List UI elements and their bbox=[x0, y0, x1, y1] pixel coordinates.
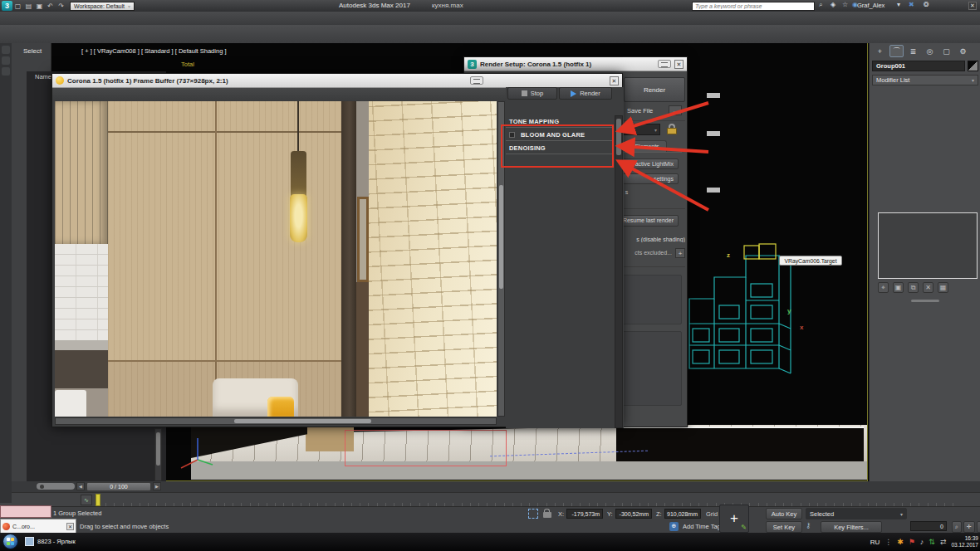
vfb-render-button[interactable]: Render bbox=[559, 87, 612, 100]
zoom-icon[interactable]: ⌕ bbox=[952, 521, 962, 533]
tray-expand-icon[interactable]: ⋮ bbox=[884, 538, 892, 546]
key-mode-icon[interactable]: ⚷ bbox=[806, 521, 817, 533]
tab-hierarchy-icon[interactable]: ≣ bbox=[906, 45, 920, 57]
stop-button[interactable]: Stop bbox=[507, 87, 557, 100]
antivirus-tray-icon[interactable]: ✱ bbox=[897, 538, 904, 546]
tab-create-icon[interactable]: + bbox=[873, 45, 887, 57]
sync-tray-icon[interactable]: ⇅ bbox=[929, 538, 935, 546]
dock-icon[interactable] bbox=[2, 67, 10, 76]
set-keys-button[interactable]: +✎ bbox=[719, 505, 749, 533]
explorer-scroll-thumb[interactable] bbox=[156, 432, 160, 466]
track-bar-ruler[interactable]: ∿ bbox=[0, 492, 980, 506]
explorer-name-column-header[interactable]: Name bbox=[35, 73, 51, 80]
community-icon[interactable]: ◈ bbox=[831, 1, 835, 8]
explorer-horizontal-slider[interactable] bbox=[37, 483, 75, 490]
mini-curve-editor-icon[interactable]: ∿ bbox=[81, 495, 92, 505]
browse-button[interactable]: ... bbox=[669, 105, 682, 115]
isolate-selection-icon[interactable] bbox=[528, 509, 538, 519]
user-dropdown-caret[interactable]: ▾ bbox=[897, 1, 900, 8]
workspace-dropdown[interactable]: Workspace: Default▾ bbox=[70, 2, 135, 11]
pan-icon[interactable]: ✛ bbox=[963, 521, 975, 533]
remove-modifier-icon[interactable]: ✕ bbox=[923, 282, 933, 293]
scroll-thumb[interactable] bbox=[616, 119, 621, 155]
previous-frame-button[interactable]: ◀ bbox=[76, 482, 85, 490]
save-file-icon[interactable]: ▣ bbox=[34, 1, 45, 11]
orbit-icon[interactable]: ↻ bbox=[977, 521, 980, 533]
favorites-star-icon[interactable]: ☆ bbox=[842, 1, 848, 8]
viewport-label[interactable]: [ + ] [ VRayCam008 ] [ Standard ] [ Defa… bbox=[81, 47, 226, 55]
tab-elements[interactable]: Elements bbox=[627, 140, 667, 152]
make-unique-icon[interactable]: ⧉ bbox=[908, 282, 919, 293]
tab-modify-icon[interactable]: ⌒ bbox=[889, 45, 904, 57]
current-frame-marker[interactable] bbox=[96, 494, 100, 506]
configure-modifier-sets-icon[interactable]: ▦ bbox=[938, 282, 948, 293]
search-icon[interactable]: ⌕ bbox=[819, 1, 822, 9]
signed-in-username[interactable]: Graf_Alex bbox=[857, 2, 884, 9]
y-coord-field[interactable]: -300,52mm bbox=[615, 509, 652, 519]
vfb-horizontal-scrollbar[interactable] bbox=[55, 417, 497, 425]
render-setup-close-icon[interactable]: ✕ bbox=[674, 60, 684, 69]
scroll-thumb[interactable] bbox=[499, 185, 503, 289]
z-coord-field[interactable]: 910,028mm bbox=[664, 509, 701, 519]
modifier-list-dropdown[interactable]: Modifier List▾ bbox=[872, 75, 978, 85]
tab-display-icon[interactable]: ▢ bbox=[939, 45, 953, 57]
network-tray-icon[interactable]: ⇄ bbox=[940, 538, 947, 546]
tab-motion-icon[interactable]: ◎ bbox=[923, 45, 937, 57]
next-frame-button[interactable]: ▶ bbox=[153, 482, 161, 490]
camera-target-label[interactable]: VRayCam006.Target bbox=[779, 256, 842, 266]
add-time-tag[interactable]: Add Time Tag bbox=[683, 523, 721, 530]
search-input[interactable] bbox=[692, 2, 815, 11]
pin-stack-icon[interactable]: ⌖ bbox=[878, 282, 889, 293]
window-close-icon[interactable]: ✕ bbox=[968, 2, 977, 10]
selection-filter-dropdown[interactable]: Selected▾ bbox=[806, 508, 907, 519]
yellow-jar bbox=[267, 397, 294, 417]
open-file-icon[interactable]: ▤ bbox=[23, 1, 34, 11]
dock-icon[interactable] bbox=[2, 56, 10, 65]
set-key-button[interactable]: Set Key bbox=[766, 521, 802, 533]
render-setup-titlebar[interactable]: 3 Render Setup: Corona 1.5 (hotfix 1) ✕ bbox=[464, 57, 687, 71]
squeeze-icon[interactable] bbox=[658, 60, 671, 68]
rendered-image[interactable] bbox=[55, 101, 497, 417]
render-button[interactable]: Render bbox=[624, 77, 685, 102]
language-indicator[interactable]: RU bbox=[870, 539, 880, 546]
auto-key-button[interactable]: Auto Key bbox=[766, 508, 802, 519]
current-frame-field[interactable]: 0 bbox=[910, 521, 947, 531]
x-coord-field[interactable]: -179,573m bbox=[566, 509, 603, 519]
clock[interactable]: 16:3903.12.2017 bbox=[951, 535, 978, 549]
y-coord-label: Y: bbox=[607, 510, 613, 518]
redo-quick-icon[interactable]: ↷ bbox=[56, 1, 66, 11]
explorer-vertical-scrollbar[interactable] bbox=[154, 428, 162, 481]
object-color-swatch[interactable] bbox=[968, 61, 978, 71]
time-tag-icon[interactable]: ⊕ bbox=[669, 522, 679, 531]
mini-window-close-icon[interactable]: ✕ bbox=[66, 523, 74, 530]
a360-icon[interactable]: ✖ bbox=[909, 1, 914, 8]
explorer-select-menu[interactable]: Select bbox=[12, 43, 51, 55]
add-excluded-button[interactable]: + bbox=[675, 248, 685, 258]
new-file-icon[interactable]: ▢ bbox=[12, 1, 23, 11]
scroll-thumb[interactable] bbox=[234, 419, 371, 423]
show-end-result-icon[interactable]: ▣ bbox=[893, 282, 904, 293]
time-slider-frame-display[interactable]: 0 / 100 bbox=[86, 482, 151, 491]
object-name-field[interactable]: Group001 bbox=[872, 61, 965, 71]
squeeze-icon[interactable] bbox=[470, 76, 483, 85]
start-button[interactable] bbox=[2, 534, 18, 549]
modifier-stack-list[interactable] bbox=[878, 212, 978, 279]
flag-tray-icon[interactable]: ⚑ bbox=[909, 538, 915, 546]
maxscript-mini-listener[interactable] bbox=[0, 505, 51, 518]
key-filters-button[interactable]: Key Filters... bbox=[821, 521, 882, 533]
taskbar-shortcut[interactable]: 8823 - Ярлык bbox=[25, 537, 76, 546]
corona-mini-window[interactable]: C...oro... ✕ bbox=[0, 519, 76, 534]
vfb-panel-scrollbar[interactable] bbox=[615, 115, 623, 428]
help-center-icon[interactable]: ❂ bbox=[924, 1, 929, 8]
selection-lock-icon[interactable] bbox=[543, 509, 551, 519]
volume-tray-icon[interactable]: ♪ bbox=[920, 538, 924, 546]
rollout-divider-handle[interactable] bbox=[911, 300, 939, 302]
vfb-titlebar[interactable]: Corona 1.5 (hotfix 1) Frame Buffer (737×… bbox=[52, 74, 622, 88]
vfb-close-icon[interactable]: ✕ bbox=[610, 76, 619, 85]
tab-utilities-icon[interactable]: ⚙ bbox=[956, 45, 970, 57]
dock-icon[interactable] bbox=[2, 46, 10, 54]
lock-icon[interactable] bbox=[667, 124, 677, 134]
time-slider-row: ◀ 0 / 100 ▶ bbox=[0, 481, 980, 492]
3dsmax-logo-icon: 3 bbox=[2, 1, 12, 11]
undo-quick-icon[interactable]: ↶ bbox=[45, 1, 56, 11]
